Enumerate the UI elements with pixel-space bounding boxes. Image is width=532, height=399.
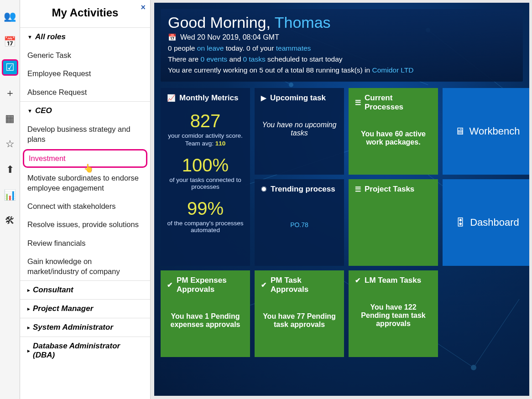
chart-icon[interactable]: 📊 [2,187,18,203]
on-leave-link[interactable]: on leave [197,44,224,52]
close-icon[interactable]: × [141,3,146,12]
date-text: Wed 20 Nov 2019, 08:04 GMT [180,33,279,41]
gauge-icon: 📈 [167,94,176,102]
metric-score-sub: your comidor activity score. [167,132,244,139]
tile-title: Upcoming task [270,93,326,103]
activity-generic-task[interactable]: Generic Task [20,46,150,64]
tile-monthly-metrics[interactable]: 📈Monthly Metrics 827 your comidor activi… [161,88,250,266]
list-icon: ☰ [355,185,361,193]
greeting-date: 📅Wed 20 Nov 2019, 08:04 GMT [168,33,516,41]
greeting-line-people: 0 people on leave today. 0 of your teamm… [168,44,516,52]
chevron-right-icon: ▸ [27,348,30,354]
events-link[interactable]: 0 events [201,55,228,63]
tile-label: Workbench [469,125,520,137]
calendar-icon: 📅 [168,33,177,41]
plus-icon[interactable]: ＋ [2,85,18,101]
activity-resolve-issues[interactable]: Resolve issues, provide solutions [20,215,150,233]
svg-point-14 [471,365,476,370]
section-label: Consultant [33,285,73,295]
metric-score: 827 [167,111,244,131]
teammates-link[interactable]: teammates [276,44,311,52]
tile-label: Dashboard [470,217,519,228]
tools-icon[interactable]: 🛠 [2,212,18,229]
check-icon[interactable]: ☑ [2,59,18,76]
monitor-icon: 🖥 [455,125,465,137]
calendar-icon[interactable]: 📅 [2,34,18,50]
tile-body: You have no upcoming tasks [261,121,338,137]
upload-icon[interactable]: ⬆ [2,161,18,178]
activity-stakeholders[interactable]: Connect with stakeholders [20,197,150,215]
panel-title: My Activities × [20,0,150,27]
metric-score-avg: Team avg: 110 [167,140,244,147]
check-icon: ✔ [167,281,173,289]
metric-auto-pct: 99% [167,198,244,219]
section-consultant[interactable]: ▸Consultant [20,280,150,299]
activity-employee-request[interactable]: Employee Request [20,64,150,83]
section-label: Database Administrator (DBA) [33,342,143,360]
greeting-line-events: There are 0 events and 0 tasks scheduled… [168,55,516,63]
activities-panel: My Activities × ▼All roles Generic Task … [20,0,151,399]
section-ceo[interactable]: ▼CEO [20,101,150,120]
activity-review-financials[interactable]: Review financials [20,234,150,252]
activity-absence-request[interactable]: Absence Request [20,83,150,101]
activity-investment[interactable]: Investment [23,149,147,167]
chevron-right-icon: ▸ [27,306,30,312]
greeting-card: Good Morning, Thomas 📅Wed 20 Nov 2019, 0… [161,9,523,82]
tile-title: Current Processes [365,93,432,112]
tile-workbench[interactable]: 🖥 Workbench [443,88,529,175]
tile-pm-expenses[interactable]: ✔PM Expenses Approvals You have 1 Pendin… [161,270,250,357]
tile-upcoming-task[interactable]: ▶Upcoming task You have no upcoming task… [255,88,344,175]
tile-title: Project Tasks [365,185,414,194]
dashboard-icon: 🎛 [455,217,465,228]
svg-point-8 [289,83,293,87]
tile-body: You have 77 Pending task approvals [261,312,338,329]
tile-dashboard[interactable]: 🎛 Dashboard [443,179,529,266]
metric-auto-sub: of the company's processes automated [167,220,244,233]
tile-project-tasks[interactable]: ☰Project Tasks [349,179,438,266]
greeting-name: Thomas [275,14,331,31]
trending-link[interactable]: PO.78 [261,221,338,228]
activity-gain-knowledge[interactable]: Gain knowledge on market/industry of com… [20,252,150,281]
company-link[interactable]: Comidor LTD [372,66,413,74]
tile-title: PM Expenses Approvals [177,276,244,294]
tile-lm-team-tasks[interactable]: ✔LM Team Tasks You have 122 Pending team… [349,270,438,357]
activity-motivate[interactable]: Motivate subordinates to endorse employe… [20,169,150,197]
list-icon: ☰ [355,98,361,107]
check-icon: ✔ [355,276,361,285]
tile-pm-task-approvals[interactable]: ✔PM Task Approvals You have 77 Pending t… [255,270,344,357]
tasks-link[interactable]: 0 tasks [243,55,266,63]
activity-develop-strategy[interactable]: Develop business strategy and plans [20,120,150,149]
tiles-grid: 📈Monthly Metrics 827 your comidor activi… [161,88,523,357]
metric-tasks-sub: of your tasks connected to processes [167,176,244,190]
greeting-line-working: You are currently working on 5 out of a … [168,66,516,74]
grid-icon[interactable]: ▦ [2,110,18,127]
play-icon: ▶ [261,94,266,102]
metric-tasks-pct: 100% [167,155,244,176]
section-label: CEO [35,106,52,115]
section-all-roles[interactable]: ▼All roles [20,27,150,46]
check-icon: ✔ [261,281,267,289]
greeting-heading: Good Morning, Thomas [168,14,516,31]
greeting-prefix: Good Morning, [168,14,275,31]
tile-trending-process[interactable]: ✹Trending process PO.78 [255,179,344,266]
section-system-admin[interactable]: ▸System Administrator [20,318,150,337]
spark-icon: ✹ [261,185,267,193]
section-label: Project Manager [33,304,93,313]
section-label: System Administrator [33,323,113,332]
section-dba[interactable]: ▸Database Administrator (DBA) [20,337,150,364]
star-icon[interactable]: ☆ [2,136,18,152]
chevron-right-icon: ▸ [27,325,30,331]
chevron-down-icon: ▼ [27,108,32,114]
tile-title: Monthly Metrics [179,93,238,103]
tile-body: You have 122 Pending team task approvals [355,303,432,328]
dashboard-main: Good Morning, Thomas 📅Wed 20 Nov 2019, 0… [154,3,529,396]
section-label: All roles [35,32,66,41]
chevron-right-icon: ▸ [27,287,30,293]
tile-current-processes[interactable]: ☰Current Processes You have 60 active wo… [349,88,438,175]
panel-title-text: My Activities [52,6,119,19]
people-icon[interactable]: 👥 [2,8,18,25]
iconbar: 👥 📅 ☑ ＋ ▦ ☆ ⬆ 📊 🛠 [0,0,20,399]
section-project-manager[interactable]: ▸Project Manager [20,299,150,318]
tile-title: LM Team Tasks [365,276,421,285]
tile-title: Trending process [271,185,335,194]
